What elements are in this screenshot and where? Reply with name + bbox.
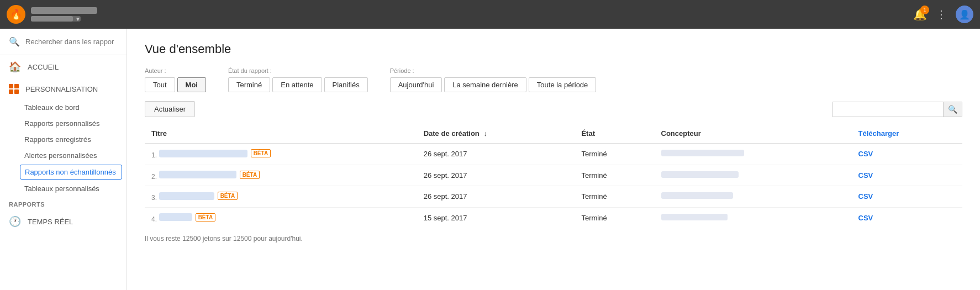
table-cell-num-4: 4. BÉTA [145, 207, 417, 228]
main-layout: 🔍 🏠 ACCUEIL PERSONNALISATION Tableaux de… [0, 29, 980, 290]
beta-badge-4: BÉTA [196, 213, 215, 222]
etat-filter-group: État du rapport : Terminé En attente Pla… [228, 67, 368, 92]
csv-link-3[interactable]: CSV [858, 192, 873, 201]
table-cell-etat-2: Terminé [575, 165, 654, 186]
table-cell-date-2: 26 sept. 2017 [417, 165, 575, 186]
col-telecharger: Télécharger [852, 124, 962, 144]
col-etat: État [575, 124, 654, 144]
account-info: ▼ [31, 7, 97, 22]
table-cell-num-2: 2. BÉTA [145, 165, 417, 186]
periode-filter-group: Période : Aujourd'hui La semaine dernièr… [390, 67, 597, 92]
periode-aujourdhui-button[interactable]: Aujourd'hui [390, 77, 442, 92]
table-cell-csv-2: CSV [852, 165, 962, 186]
sidebar-sub-item-rapports-enregistres[interactable]: Rapports enregistrés [0, 131, 127, 147]
sidebar-item-personnalisation[interactable]: PERSONNALISATION [0, 78, 127, 99]
col-concepteur: Concepteur [655, 124, 852, 144]
sidebar-sub-item-rapports-personnalises[interactable]: Rapports personnalisés [0, 115, 127, 131]
table-cell-csv-1: CSV [852, 144, 962, 165]
auteur-filter-group: Auteur : Tout Moi [145, 67, 206, 92]
beta-badge-2: BÉTA [240, 171, 260, 179]
auteur-buttons: Tout Moi [145, 77, 206, 92]
beta-badge-1: BÉTA [251, 149, 271, 157]
sidebar-sub-item-tableaux-de-bord[interactable]: Tableaux de bord [0, 99, 127, 115]
filters-row: Auteur : Tout Moi État du rapport : Term… [145, 67, 962, 92]
table-cell-etat-1: Terminé [575, 144, 654, 165]
reports-section-label: Rapports [0, 197, 127, 210]
notification-badge: 1 [920, 6, 929, 14]
row-number-2: 2. [151, 172, 157, 180]
designer-blurred-1 [661, 150, 744, 156]
title-blurred-4 [159, 213, 192, 221]
title-blurred-2 [159, 171, 236, 178]
table-cell-designer-3 [655, 186, 852, 208]
etat-label: État du rapport : [228, 67, 368, 74]
user-avatar[interactable]: 👤 [956, 6, 973, 23]
sidebar-sub-item-alertes-personnalisees[interactable]: Alertes personnalisées [0, 147, 127, 164]
designer-blurred-3 [661, 192, 733, 199]
content-area: Vue d'ensemble Auteur : Tout Moi État du… [127, 29, 980, 290]
refresh-button[interactable]: Actualiser [145, 101, 195, 117]
table-cell-date-4: 15 sept. 2017 [417, 207, 575, 228]
search-icon: 🔍 [9, 36, 20, 47]
page-title: Vue d'ensemble [145, 42, 962, 56]
row-number-1: 1. [151, 151, 157, 159]
top-header: 🔥 ▼ 🔔 1 ⋮ 👤 [0, 0, 980, 29]
sidebar-item-temps-reel[interactable]: 🕐 TEMPS RÉEL [0, 210, 127, 233]
csv-link-4[interactable]: CSV [858, 214, 873, 222]
header-right: 🔔 1 ⋮ 👤 [913, 6, 973, 23]
search-bar: 🔍 [0, 29, 127, 55]
auteur-label: Auteur : [145, 67, 206, 74]
etat-en-attente-button[interactable]: En attente [272, 77, 322, 92]
sidebar-sub-item-rapports-non-echantillonnes[interactable]: Rapports non échantillonnés [20, 165, 122, 180]
beta-badge-3: BÉTA [218, 192, 238, 200]
grid-icon [9, 84, 19, 94]
col-date[interactable]: Date de création ↓ [417, 124, 575, 144]
csv-link-2[interactable]: CSV [858, 171, 873, 180]
table-search-button[interactable]: 🔍 [943, 102, 962, 117]
app-logo: 🔥 [7, 5, 25, 24]
table-header-row: Titre Date de création ↓ État Concepteur… [145, 124, 962, 144]
table-cell-designer-4 [655, 207, 852, 228]
etat-buttons: Terminé En attente Planifiés [228, 77, 368, 92]
col-titre: Titre [145, 124, 417, 144]
table-toolbar: Actualiser 🔍 [145, 101, 962, 117]
notification-button[interactable]: 🔔 1 [913, 8, 927, 21]
sidebar-item-label-temps-reel: TEMPS RÉEL [28, 218, 73, 226]
sidebar-item-label-personnalisation: PERSONNALISATION [25, 85, 98, 93]
csv-link-1[interactable]: CSV [858, 150, 873, 158]
header-left: 🔥 ▼ [7, 5, 97, 24]
title-blurred-1 [159, 150, 247, 157]
etat-planifies-button[interactable]: Planifiés [324, 77, 368, 92]
table-search-input[interactable] [833, 102, 943, 116]
periode-buttons: Aujourd'hui La semaine dernière Toute la… [390, 77, 597, 92]
dropdown-arrow-icon[interactable]: ▼ [75, 16, 81, 22]
auteur-moi-button[interactable]: Moi [177, 77, 206, 92]
title-blurred-3 [159, 192, 214, 200]
designer-blurred-4 [661, 214, 728, 220]
table-cell-designer-1 [655, 144, 852, 165]
periode-toute-periode-button[interactable]: Toute la période [529, 77, 597, 92]
data-table: Titre Date de création ↓ État Concepteur… [145, 124, 962, 228]
table-cell-num-3: 3. BÉTA [145, 186, 417, 208]
account-name [31, 7, 97, 14]
periode-semaine-derniere-button[interactable]: La semaine dernière [444, 77, 526, 92]
footer-note: Il vous reste 12500 jetons sur 12500 pou… [145, 235, 962, 242]
table-cell-csv-3: CSV [852, 186, 962, 208]
sidebar: 🔍 🏠 ACCUEIL PERSONNALISATION Tableaux de… [0, 29, 127, 290]
table-cell-designer-2 [655, 165, 852, 186]
table-row: 4. BÉTA 15 sept. 2017 Terminé CSV [145, 207, 962, 228]
search-input[interactable] [25, 38, 118, 46]
sidebar-item-accueil[interactable]: 🏠 ACCUEIL [0, 55, 127, 78]
more-options-icon[interactable]: ⋮ [936, 8, 947, 21]
table-row: 1. BÉTA 26 sept. 2017 Terminé CSV [145, 144, 962, 165]
table-row: 3. BÉTA 26 sept. 2017 Terminé CSV [145, 186, 962, 208]
etat-termine-button[interactable]: Terminé [228, 77, 270, 92]
table-cell-date-3: 26 sept. 2017 [417, 186, 575, 208]
designer-blurred-2 [661, 171, 739, 178]
table-search-wrap: 🔍 [832, 102, 962, 117]
table-cell-etat-4: Terminé [575, 207, 654, 228]
table-cell-etat-3: Terminé [575, 186, 654, 208]
table-cell-num-1: 1. BÉTA [145, 144, 417, 165]
sidebar-sub-item-tableaux-personnalises[interactable]: Tableaux personnalisés [0, 181, 127, 197]
auteur-tout-button[interactable]: Tout [145, 77, 175, 92]
